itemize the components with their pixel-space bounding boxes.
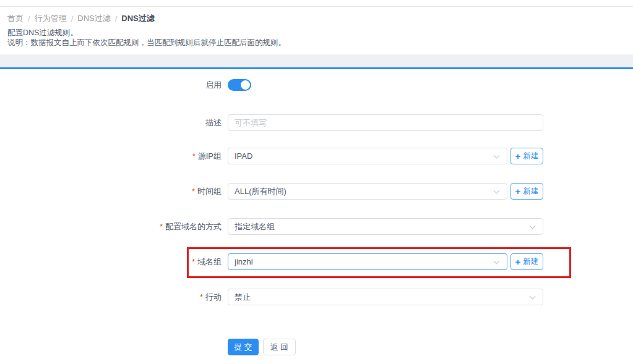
breadcrumb-item-behavior-management[interactable]: 行为管理 (35, 13, 67, 24)
time-group-label: *时间组 (87, 186, 222, 197)
header-band (0, 54, 633, 67)
form-row-source-ip-group: *源IP组 IPAD + 新建 (87, 148, 543, 164)
source-ip-group-select[interactable]: IPAD (228, 148, 507, 164)
source-ip-group-label: *源IP组 (87, 151, 222, 162)
action-label: *行动 (87, 292, 222, 303)
chevron-down-icon (530, 223, 536, 229)
action-value: 禁止 (235, 292, 251, 303)
plus-icon: + (515, 257, 521, 266)
new-source-ip-group-button[interactable]: + 新建 (510, 148, 543, 164)
form-row-action: *行动 禁止 (87, 289, 543, 305)
form-row-domain-group: *域名组 jinzhi + 新建 (87, 253, 543, 270)
form-row-enable: 启用 (87, 79, 251, 91)
required-marker: * (192, 152, 196, 161)
breadcrumb-item-home[interactable]: 首页 (7, 13, 24, 24)
chevron-down-icon (494, 188, 500, 194)
submit-button[interactable]: 提交 (228, 339, 259, 355)
breadcrumb-separator: / (71, 14, 74, 23)
blue-divider (0, 67, 633, 69)
enable-toggle[interactable] (228, 79, 251, 91)
chevron-down-icon (494, 258, 500, 265)
new-time-group-button[interactable]: + 新建 (510, 183, 543, 200)
domain-mode-value: 指定域名组 (235, 221, 275, 232)
required-marker: * (192, 258, 195, 266)
chevron-down-icon (530, 294, 536, 300)
toggle-knob-icon (241, 80, 250, 90)
page-note: 说明：数据报文自上而下依次匹配规则，当匹配到规则后就停止匹配后面的规则。 (7, 38, 286, 48)
page-title: 配置DNS过滤规则。 (7, 28, 78, 38)
domain-mode-select[interactable]: 指定域名组 (228, 218, 543, 235)
back-button[interactable]: 返回 (263, 339, 296, 355)
domain-mode-label: *配置域名的方式 (87, 221, 222, 232)
form-row-time-group: *时间组 ALL(所有时间) + 新建 (87, 183, 543, 200)
form-row-description: 描述 (87, 114, 543, 131)
breadcrumb-item-current: DNS过滤 (121, 13, 154, 24)
chevron-down-icon (494, 153, 500, 159)
domain-group-value: jinzhi (235, 257, 253, 266)
domain-group-select[interactable]: jinzhi (228, 253, 507, 270)
time-group-select[interactable]: ALL(所有时间) (228, 183, 507, 200)
breadcrumb: 首页 / 行为管理 / DNS过滤 / DNS过滤 (7, 13, 155, 24)
description-label: 描述 (87, 117, 222, 129)
plus-icon: + (515, 151, 521, 161)
time-group-value: ALL(所有时间) (235, 186, 286, 197)
breadcrumb-item-dns-filter[interactable]: DNS过滤 (77, 13, 110, 24)
top-divider (0, 6, 633, 7)
description-input[interactable] (228, 114, 543, 131)
domain-group-label: *域名组 (87, 256, 222, 268)
breadcrumb-separator: / (115, 14, 118, 23)
required-marker: * (200, 293, 203, 302)
form-row-domain-mode: *配置域名的方式 指定域名组 (87, 218, 543, 235)
source-ip-group-value: IPAD (235, 151, 252, 161)
action-select[interactable]: 禁止 (228, 289, 543, 305)
required-marker: * (160, 222, 163, 231)
enable-label: 启用 (87, 80, 222, 91)
required-marker: * (192, 187, 195, 196)
new-domain-group-button[interactable]: + 新建 (510, 253, 543, 270)
plus-icon: + (515, 187, 521, 196)
breadcrumb-separator: / (28, 14, 30, 23)
